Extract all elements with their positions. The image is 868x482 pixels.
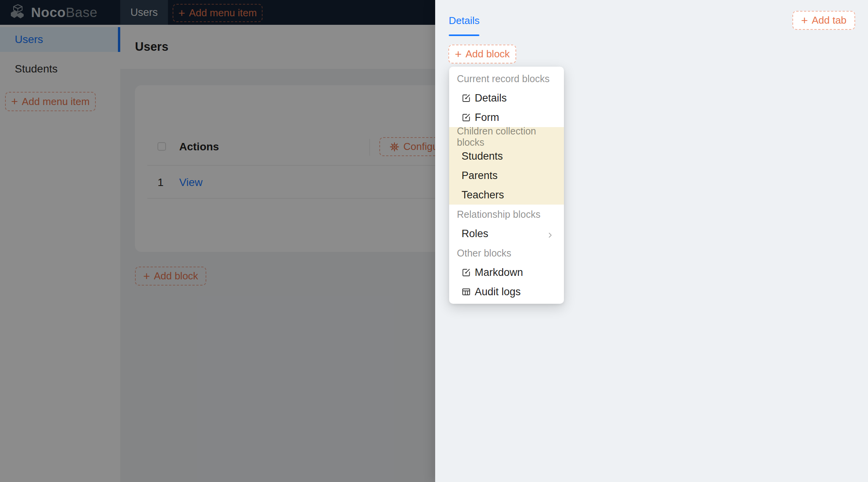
dropdown-item-students[interactable]: Students: [449, 146, 564, 166]
plus-icon: +: [455, 48, 462, 60]
dropdown-group-label: Current record blocks: [449, 69, 564, 88]
dropdown-item-form[interactable]: Form: [449, 108, 564, 127]
dropdown-item-audit-logs[interactable]: Audit logs: [449, 282, 564, 301]
drawer-mask[interactable]: [0, 0, 435, 482]
dropdown-item-label: Audit logs: [475, 286, 521, 298]
add-tab-label: Add tab: [812, 14, 847, 26]
dropdown-item-label: Form: [475, 112, 499, 124]
dropdown-item-details[interactable]: Details: [449, 88, 564, 108]
plus-icon: +: [801, 15, 808, 26]
add-tab-button[interactable]: + Add tab: [792, 11, 855, 30]
dropdown-item-label: Details: [475, 92, 507, 104]
dropdown-item-markdown[interactable]: Markdown: [449, 263, 564, 282]
form-icon: [462, 113, 471, 122]
form-icon: [462, 268, 471, 277]
dropdown-item-teachers[interactable]: Teachers: [449, 185, 564, 205]
dropdown-item-label: Teachers: [462, 189, 504, 201]
dropdown-item-label: Roles: [462, 228, 488, 240]
dropdown-group-label: Relationship blocks: [449, 205, 564, 224]
dropdown-item-parents[interactable]: Parents: [449, 166, 564, 185]
drawer-add-block-button[interactable]: + Add block: [448, 45, 516, 64]
drawer-tab-details[interactable]: Details: [449, 15, 479, 36]
dropdown-item-label: Markdown: [475, 267, 523, 279]
dropdown-group-children-collection: Children collection blocks Students Pare…: [449, 127, 564, 205]
dropdown-group-label: Other blocks: [449, 243, 564, 263]
dropdown-item-roles[interactable]: Roles: [449, 224, 564, 243]
drawer-add-block-label: Add block: [465, 48, 510, 60]
record-drawer: Details + Add tab + Add block Current re…: [435, 0, 868, 482]
dropdown-item-label: Parents: [462, 170, 498, 182]
table-icon: [462, 287, 471, 296]
dropdown-item-label: Students: [462, 150, 503, 162]
dropdown-group-label: Children collection blocks: [449, 127, 564, 146]
add-block-dropdown: Current record blocks Details Form Child…: [449, 67, 564, 304]
chevron-right-icon: [546, 230, 554, 238]
form-icon: [462, 93, 471, 103]
